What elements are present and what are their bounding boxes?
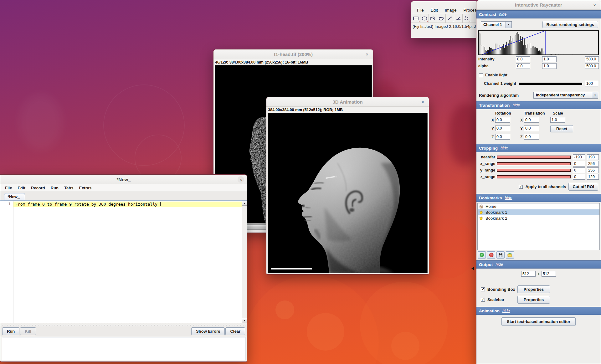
add-bookmark-button[interactable] <box>478 251 486 259</box>
anim-close-icon[interactable]: × <box>419 99 426 105</box>
translation-z-field[interactable]: 0.0 <box>524 134 539 140</box>
nearfar-slider[interactable] <box>497 156 571 159</box>
nearfar-min-field[interactable]: -193 <box>573 154 585 160</box>
xrange-min-field[interactable]: 0 <box>573 161 585 167</box>
editor-output-console[interactable] <box>2 337 245 360</box>
editor-menu-run[interactable]: Run <box>48 185 61 191</box>
scalebar-properties-button[interactable]: Properties <box>517 296 550 304</box>
intensity-row: intensity 0.0 1.0 500.0 <box>478 56 599 62</box>
yrange-min-field[interactable]: 0 <box>573 167 585 173</box>
reset-rendering-button[interactable]: Reset rendering settings <box>542 21 598 28</box>
star-icon <box>479 216 483 220</box>
zrange-slider[interactable] <box>497 175 571 178</box>
apply-all-channels-checkbox[interactable]: ✓ <box>519 185 523 189</box>
channel-select[interactable]: Channel 1 ▼ <box>481 21 512 28</box>
rectangle-tool-icon[interactable] <box>412 14 420 23</box>
polygon-tool-icon[interactable] <box>429 14 437 23</box>
intensity-min-field[interactable]: 0.0 <box>516 56 530 62</box>
editor-titlebar[interactable]: *New_ × <box>0 175 247 184</box>
fiji-titlebar[interactable] <box>411 1 487 4</box>
folder-icon <box>507 253 512 257</box>
editor-menu-extras[interactable]: Extras <box>76 185 94 191</box>
translation-y-field[interactable]: 0.0 <box>524 126 539 131</box>
editor-menubar: File Edit Record Run Tabs Extras <box>0 184 247 192</box>
alpha-min-field[interactable]: 0.0 <box>516 63 530 69</box>
rendering-algorithm-select[interactable]: Independent transparency ▼ <box>533 92 598 99</box>
enable-light-checkbox[interactable] <box>479 73 483 77</box>
rotation-x-field[interactable]: 0.0 <box>495 117 510 123</box>
angle-tool-icon[interactable] <box>454 14 463 23</box>
yrange-max-field[interactable]: 256 <box>587 167 599 173</box>
panel-collapse-arrow-icon[interactable] <box>471 267 474 270</box>
contrast-hide-link[interactable]: hide <box>499 12 507 17</box>
point-tool-icon[interactable] <box>463 14 471 23</box>
yrange-slider[interactable] <box>497 169 571 172</box>
editor-tab-new[interactable]: *New_ <box>4 193 25 200</box>
rotation-y-field[interactable]: 0.0 <box>495 126 510 131</box>
bookmark-item-1[interactable]: Bookmark 1 <box>478 209 599 215</box>
rotation-z-field[interactable]: 0.0 <box>495 134 510 140</box>
scalebar-checkbox[interactable]: ✓ <box>481 298 485 302</box>
editor-vertical-scrollbar[interactable]: ▲ ▼ <box>242 201 247 323</box>
freehand-tool-icon[interactable] <box>437 14 446 23</box>
anim-render-image[interactable] <box>268 113 428 273</box>
scroll-up-icon[interactable]: ▲ <box>242 201 247 206</box>
show-errors-button[interactable]: Show Errors <box>191 327 225 335</box>
editor-current-line[interactable]: From frame 0 to frame 9 rotate by 360 de… <box>13 202 242 207</box>
run-button[interactable]: Run <box>2 327 19 335</box>
cropping-hide-link[interactable]: hide <box>501 146 508 150</box>
kill-button[interactable]: Kill <box>20 327 36 335</box>
t1-close-icon[interactable]: × <box>364 51 370 58</box>
raycaster-close-icon[interactable]: × <box>591 2 598 8</box>
zrange-min-field[interactable]: 0 <box>573 174 585 180</box>
output-height-field[interactable]: 512 <box>542 271 556 277</box>
raycaster-titlebar[interactable]: Interactive Raycaster × <box>476 0 601 10</box>
bookmarks-hide-link[interactable]: hide <box>505 196 512 200</box>
zrange-max-field[interactable]: 129 <box>587 174 599 180</box>
intensity-gamma-field[interactable]: 1.0 <box>542 56 557 62</box>
output-width-field[interactable]: 512 <box>521 271 536 277</box>
t1-titlebar[interactable]: t1-head.tif (200%) × <box>213 49 373 59</box>
output-hide-link[interactable]: hide <box>496 262 503 267</box>
editor-menu-record[interactable]: Record <box>28 185 48 191</box>
contrast-histogram[interactable] <box>478 30 599 55</box>
scale-field[interactable]: 1.0 <box>550 117 565 123</box>
anim-titlebar[interactable]: 3D Animation × <box>266 97 429 107</box>
rendered-head <box>268 113 428 273</box>
oval-tool-icon[interactable] <box>420 14 429 23</box>
channel-weight-field[interactable]: 100 <box>585 81 598 86</box>
star-icon <box>479 210 483 214</box>
editor-menu-tabs[interactable]: Tabs <box>61 185 76 191</box>
bookmark-item-home[interactable]: Home <box>478 203 599 209</box>
editor-close-icon[interactable]: × <box>238 176 244 183</box>
transformation-hide-link[interactable]: hide <box>512 103 520 107</box>
save-bookmarks-button[interactable] <box>496 251 505 259</box>
fiji-menu-file[interactable]: File <box>414 7 427 13</box>
editor-menu-file[interactable]: File <box>2 185 15 191</box>
fiji-menu-image[interactable]: Image <box>441 7 460 13</box>
xrange-slider[interactable] <box>497 162 571 165</box>
channel-weight-slider[interactable] <box>519 83 582 85</box>
editor-splitter[interactable] <box>0 323 247 326</box>
alpha-gamma-field[interactable]: 1.0 <box>542 63 557 69</box>
scroll-down-icon[interactable]: ▼ <box>242 318 247 323</box>
intensity-max-field[interactable]: 500.0 <box>585 56 599 62</box>
editor-menu-edit[interactable]: Edit <box>15 185 28 191</box>
bounding-box-checkbox[interactable]: ✓ <box>481 287 485 291</box>
transform-reset-button[interactable]: Reset <box>550 125 573 132</box>
editor-code-area[interactable]: From frame 0 to frame 9 rotate by 360 de… <box>13 201 242 323</box>
xrange-max-field[interactable]: 256 <box>587 161 599 167</box>
bounding-box-properties-button[interactable]: Properties <box>517 285 550 293</box>
nearfar-max-field[interactable]: 193 <box>587 154 599 160</box>
clear-button[interactable]: Clear <box>225 327 245 335</box>
fiji-menu-edit[interactable]: Edit <box>427 7 441 13</box>
animation-hide-link[interactable]: hide <box>502 309 510 313</box>
alpha-max-field[interactable]: 500.0 <box>585 63 599 69</box>
translation-x-field[interactable]: 0.0 <box>524 117 539 123</box>
load-bookmarks-button[interactable] <box>506 251 514 259</box>
cut-off-roi-button[interactable]: Cut off ROI <box>568 183 598 191</box>
line-tool-icon[interactable] <box>446 14 454 23</box>
start-animation-editor-button[interactable]: Start text-based animation editor <box>501 317 576 326</box>
remove-bookmark-button[interactable] <box>487 251 495 259</box>
bookmark-item-2[interactable]: Bookmark 2 <box>478 215 599 221</box>
